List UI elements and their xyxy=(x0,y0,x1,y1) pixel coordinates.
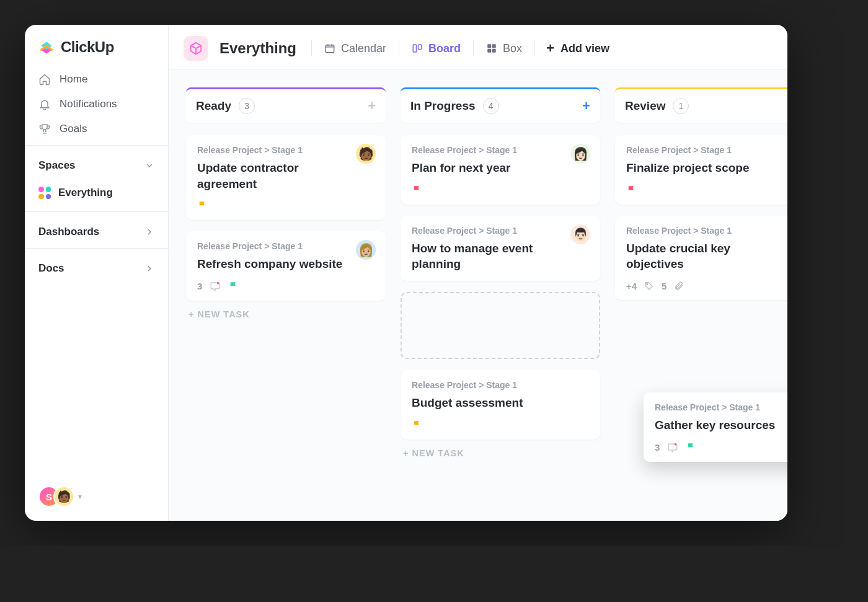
column-header: Ready 3 + xyxy=(186,87,386,123)
priority-flag-icon[interactable] xyxy=(412,420,423,431)
calendar-icon xyxy=(324,43,335,54)
svg-rect-5 xyxy=(487,49,491,53)
card-breadcrumb: Release Project > Stage 1 xyxy=(197,145,374,155)
priority-flag-icon[interactable] xyxy=(228,281,239,292)
svg-rect-1 xyxy=(413,45,416,52)
task-card[interactable]: Release Project > Stage 1Finalize projec… xyxy=(615,135,787,205)
card-breadcrumb: Release Project > Stage 1 xyxy=(412,145,589,155)
svg-rect-0 xyxy=(326,45,334,53)
add-view-button[interactable]: + Add view xyxy=(546,42,609,55)
card-title: Update contractor agreement xyxy=(197,160,374,192)
card-title: Update crucial key objectives xyxy=(626,241,787,272)
cube-icon xyxy=(189,42,203,55)
app-window: ClickUp Home Notifications Goals Spaces … xyxy=(25,25,787,521)
svg-point-8 xyxy=(647,284,648,285)
view-label: Board xyxy=(428,42,461,55)
column-title: Review xyxy=(625,99,665,113)
card-breadcrumb: Release Project > Stage 1 xyxy=(626,226,787,236)
trophy-icon xyxy=(38,123,51,135)
sidebar-section-docs[interactable]: Docs xyxy=(25,252,168,281)
new-task-button[interactable]: + NEW TASK xyxy=(186,309,386,319)
tag-icon[interactable] xyxy=(644,281,654,291)
user-avatar: 🧑🏾 xyxy=(53,486,74,507)
add-card-button[interactable]: + xyxy=(582,98,590,114)
sidebar-section-spaces[interactable]: Spaces xyxy=(25,149,168,178)
sidebar-item-goals[interactable]: Goals xyxy=(25,117,168,141)
sidebar-item-home[interactable]: Home xyxy=(25,67,168,92)
priority-flag-icon[interactable] xyxy=(197,200,208,211)
assignee-avatar[interactable]: 👨🏻 xyxy=(570,224,590,244)
priority-flag-icon[interactable] xyxy=(626,185,637,196)
chevron-down-icon xyxy=(144,161,154,170)
column-count: 3 xyxy=(239,98,255,114)
topbar: Everything Calendar Board Box + Add view xyxy=(169,25,787,70)
grid-icon xyxy=(486,43,497,54)
svg-rect-3 xyxy=(487,44,491,48)
task-card[interactable]: Release Project > Stage 1Budget assessme… xyxy=(401,370,600,440)
card-title: Finalize project scope xyxy=(626,160,787,176)
priority-flag-icon[interactable] xyxy=(412,185,423,196)
task-card[interactable]: 👨🏻Release Project > Stage 1How to manage… xyxy=(401,216,600,281)
assignee-avatar[interactable]: 👩🏻 xyxy=(570,144,590,164)
divider xyxy=(534,40,535,56)
sidebar-section-dashboards[interactable]: Dashboards xyxy=(25,216,168,244)
section-label: Dashboards xyxy=(38,226,99,238)
card-title: Refresh company website xyxy=(197,256,374,272)
sidebar-item-notifications[interactable]: Notifications xyxy=(25,92,168,117)
comment-count[interactable]: 3 xyxy=(655,442,660,453)
comment-icon[interactable] xyxy=(667,442,678,453)
column-header: In Progress 4 + xyxy=(401,87,600,123)
column-count: 1 xyxy=(673,98,689,114)
task-card[interactable]: 👩🏼Release Project > Stage 1Refresh compa… xyxy=(186,231,386,301)
divider xyxy=(473,40,474,56)
assignee-avatar[interactable]: 👩🏼 xyxy=(356,240,376,260)
board: Ready 3 +🧑🏾Release Project > Stage 1Upda… xyxy=(169,70,787,521)
svg-point-7 xyxy=(217,282,219,284)
attachment-count[interactable]: 5 xyxy=(662,281,666,291)
dragging-card[interactable]: 👩🏼 Release Project > Stage 1 Gather key … xyxy=(644,392,787,462)
column-title: In Progress xyxy=(410,99,476,113)
home-icon xyxy=(38,73,51,86)
sidebar: ClickUp Home Notifications Goals Spaces … xyxy=(25,25,169,521)
view-label: Calendar xyxy=(341,42,386,55)
sidebar-item-label: Everything xyxy=(58,187,113,199)
add-card-button[interactable]: + xyxy=(368,98,376,114)
view-box[interactable]: Box xyxy=(485,40,523,58)
priority-flag-icon[interactable] xyxy=(686,442,697,453)
card-title: How to manage event planning xyxy=(412,241,589,272)
main: Everything Calendar Board Box + Add view xyxy=(169,25,787,521)
tag-count[interactable]: +4 xyxy=(626,281,637,291)
logo[interactable]: ClickUp xyxy=(25,25,168,67)
card-breadcrumb: Release Project > Stage 1 xyxy=(412,380,589,390)
bell-icon xyxy=(38,98,51,110)
column-header: Review 1 + xyxy=(615,87,787,123)
svg-rect-4 xyxy=(492,44,496,48)
assignee-avatar[interactable]: 🧑🏾 xyxy=(356,144,376,164)
drop-zone[interactable] xyxy=(401,292,600,359)
comment-count[interactable]: 3 xyxy=(197,281,202,291)
app-name: ClickUp xyxy=(61,38,114,56)
new-task-button[interactable]: + NEW TASK xyxy=(401,448,600,458)
presence-stack[interactable]: S 🧑🏾 ▾ xyxy=(25,486,168,521)
space-title: Everything xyxy=(219,40,296,57)
task-card[interactable]: Release Project > Stage 1Update crucial … xyxy=(615,216,787,300)
chevron-right-icon xyxy=(144,227,154,237)
board-column: Ready 3 +🧑🏾Release Project > Stage 1Upda… xyxy=(186,87,386,521)
svg-rect-6 xyxy=(492,49,496,53)
task-card[interactable]: 👩🏻Release Project > Stage 1Plan for next… xyxy=(401,135,600,205)
sidebar-item-label: Goals xyxy=(60,123,87,135)
comment-icon[interactable] xyxy=(210,281,221,292)
divider xyxy=(399,40,399,56)
view-label: Box xyxy=(503,42,522,55)
task-card[interactable]: 🧑🏾Release Project > Stage 1Update contra… xyxy=(186,135,386,220)
attachment-icon[interactable] xyxy=(674,281,684,291)
view-calendar[interactable]: Calendar xyxy=(323,40,388,58)
svg-rect-2 xyxy=(418,45,422,50)
sidebar-item-label: Home xyxy=(60,73,87,86)
sidebar-item-everything[interactable]: Everything xyxy=(25,178,168,208)
view-board[interactable]: Board xyxy=(410,40,462,58)
svg-point-9 xyxy=(675,443,676,445)
board-icon xyxy=(412,43,423,54)
space-icon xyxy=(184,36,208,61)
divider xyxy=(25,211,168,212)
